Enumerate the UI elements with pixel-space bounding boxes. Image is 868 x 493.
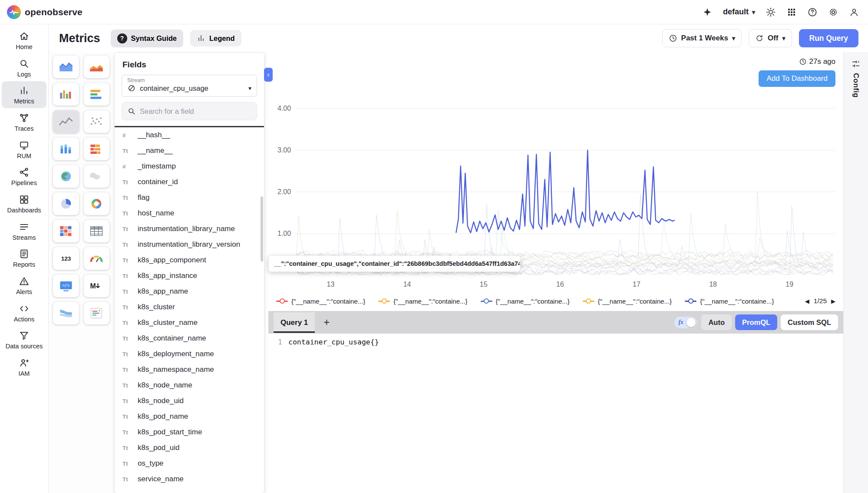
chart-type-area-icon[interactable] [53, 56, 79, 78]
query-mode-custom-sql-button[interactable]: Custom SQL [781, 314, 838, 330]
chart-type-donut-icon[interactable] [84, 192, 110, 215]
ai-sparkle-icon[interactable] [702, 7, 713, 17]
syntax-guide-button[interactable]: ? Syntax Guide [111, 30, 183, 47]
chart-type-heatmap-icon[interactable] [53, 220, 79, 242]
query-mode-promql-button[interactable]: PromQL [735, 314, 777, 330]
chart-type-line-icon[interactable] [53, 110, 79, 133]
legend-item[interactable]: {"__name__":"containe...} [276, 298, 365, 305]
field-row-_timestamp[interactable]: #_timestamp [115, 159, 264, 174]
sidebar-item-dashboards[interactable]: Dashboards [2, 190, 46, 217]
metrics-chart[interactable]: 1.002.003.004.0013141516171819 __":"cont… [268, 88, 843, 291]
sidebar-item-label: Data sources [6, 343, 43, 350]
legend-item[interactable]: {"__name__":"containe...} [378, 298, 467, 305]
sidebar-item-traces[interactable]: Traces [2, 109, 46, 136]
field-row-instrumentation_library_version[interactable]: Ttinstrumentation_library_version [115, 237, 264, 252]
field-row-k8s_pod_start_time[interactable]: Ttk8s_pod_start_time [115, 424, 264, 440]
field-row-k8s_pod_uid[interactable]: Ttk8s_pod_uid [115, 440, 264, 456]
add-to-dashboard-button[interactable]: Add To Dashboard [759, 70, 835, 87]
query-tab-1[interactable]: Query 1 [274, 312, 315, 333]
chart-type-area-stacked-icon[interactable] [84, 56, 110, 78]
sidebar-item-alerts[interactable]: Alerts [2, 272, 46, 299]
legend-item[interactable]: {"__name__":"containe...} [481, 298, 570, 305]
field-row-container_id[interactable]: Ttcontainer_id [115, 174, 264, 190]
sidebar-item-rum[interactable]: RUM [2, 136, 46, 163]
add-query-button[interactable]: + [318, 316, 335, 328]
apps-grid-icon[interactable] [786, 7, 797, 17]
refresh-interval-selector[interactable]: Off ▾ [749, 29, 792, 47]
collapse-fields-chevron-icon[interactable]: ‹ [264, 68, 273, 82]
function-toggle[interactable]: fx [674, 317, 697, 328]
chart-type-gauge-icon[interactable] [84, 247, 110, 270]
field-row-k8s_cluster[interactable]: Ttk8s_cluster [115, 299, 264, 315]
series-marker-icon [276, 298, 288, 304]
chart-type-markdown-icon[interactable]: M [84, 275, 110, 297]
sidebar-item-actions[interactable]: Actions [2, 299, 46, 326]
chart-type-geomap-icon[interactable] [53, 165, 79, 188]
legend-button[interactable]: Legend [190, 30, 241, 46]
legend-next-icon[interactable]: ▶ [831, 298, 835, 304]
sidebar-item-pipelines[interactable]: Pipelines [2, 163, 46, 190]
query-mode-auto-button[interactable]: Auto [701, 314, 732, 330]
field-row-k8s_node_name[interactable]: Ttk8s_node_name [115, 377, 264, 393]
time-range-selector[interactable]: Past 1 Weeks ▾ [662, 29, 742, 47]
legend-prev-icon[interactable]: ◀ [805, 298, 809, 304]
query-editor[interactable]: 1 container_cpu_usage{} [268, 334, 843, 493]
field-name: container_id [138, 178, 178, 186]
chart-type-h-stacked-icon[interactable] [84, 138, 110, 160]
account-icon[interactable] [849, 7, 859, 17]
chart-type-pie-icon[interactable] [53, 192, 79, 215]
chart-type-stacked-bar-icon[interactable] [53, 138, 79, 160]
field-row-host_name[interactable]: Tthost_name [115, 205, 264, 221]
chart-type-metric-text-icon[interactable]: 123 [53, 247, 79, 270]
field-row-k8s_node_uid[interactable]: Ttk8s_node_uid [115, 393, 264, 409]
config-sliders-icon[interactable] [851, 59, 861, 69]
clock-icon [799, 58, 807, 66]
field-row-os_type[interactable]: Ttos_type [115, 456, 264, 471]
field-row-k8s_app_instance[interactable]: Ttk8s_app_instance [115, 268, 264, 284]
field-row-service_name[interactable]: Ttservice_name [115, 471, 264, 487]
field-row-k8s_app_name[interactable]: Ttk8s_app_name [115, 284, 264, 299]
chart-type-sankey-icon[interactable] [53, 302, 79, 324]
field-row-__hash__[interactable]: #__hash__ [115, 127, 264, 143]
sidebar-item-logs[interactable]: Logs [2, 54, 46, 81]
sidebar-item-iam[interactable]: IAM [2, 354, 46, 381]
field-row-k8s_namespace_name[interactable]: Ttk8s_namespace_name [115, 362, 264, 377]
legend-item[interactable]: {"__name__":"containe...} [583, 298, 672, 305]
field-row-k8s_pod_name[interactable]: Ttk8s_pod_name [115, 409, 264, 424]
chart-type-maps-icon[interactable] [84, 165, 110, 188]
chart-type-table-icon[interactable] [84, 220, 110, 242]
field-row-k8s_deployment_name[interactable]: Ttk8s_deployment_name [115, 346, 264, 362]
chart-type-bar-icon[interactable] [53, 83, 79, 106]
field-row-flag[interactable]: Ttflag [115, 190, 264, 205]
series-marker-icon [583, 298, 594, 304]
field-search-input[interactable] [140, 107, 251, 116]
field-row-k8s_container_name[interactable]: Ttk8s_container_name [115, 331, 264, 346]
editor-code-line[interactable]: container_cpu_usage{} [288, 338, 379, 493]
sidebar-item-metrics[interactable]: Metrics [2, 81, 46, 108]
chart-type-h-bar-icon[interactable] [84, 83, 110, 106]
sidebar-item-reports[interactable]: Reports [2, 245, 46, 271]
field-name: instrumentation_library_name [138, 225, 235, 233]
theme-toggle-icon[interactable] [766, 7, 776, 17]
chart-type-html-icon[interactable]: </> [53, 275, 79, 297]
chart-type-custom-chart-icon[interactable] [84, 302, 110, 324]
fields-scrollbar[interactable] [261, 196, 263, 261]
sidebar-item-data-sources[interactable]: Data sources [2, 326, 46, 353]
field-name: instrumentation_library_version [138, 240, 240, 249]
run-query-button[interactable]: Run Query [799, 29, 858, 47]
field-row-__name__[interactable]: Tt__name__ [115, 143, 264, 159]
sidebar-item-home[interactable]: Home [2, 27, 46, 54]
stream-selector[interactable]: Stream container_cpu_usage ▾ [122, 75, 257, 97]
sidebar-item-streams[interactable]: Streams [2, 218, 46, 245]
chart-type-scatter-icon[interactable] [84, 110, 110, 133]
field-row-instrumentation_library_name[interactable]: Ttinstrumentation_library_name [115, 221, 264, 237]
config-tab[interactable]: Config [851, 73, 860, 98]
org-selector-value: default [723, 7, 749, 17]
field-row-k8s_app_component[interactable]: Ttk8s_app_component [115, 252, 264, 268]
help-icon[interactable] [807, 7, 818, 17]
legend-item[interactable]: {"__name__":"containe...} [685, 298, 774, 305]
settings-gear-icon[interactable] [828, 7, 838, 17]
field-name: service_name [138, 475, 184, 483]
org-selector[interactable]: default ▾ [723, 7, 755, 17]
field-row-k8s_cluster_name[interactable]: Ttk8s_cluster_name [115, 315, 264, 331]
